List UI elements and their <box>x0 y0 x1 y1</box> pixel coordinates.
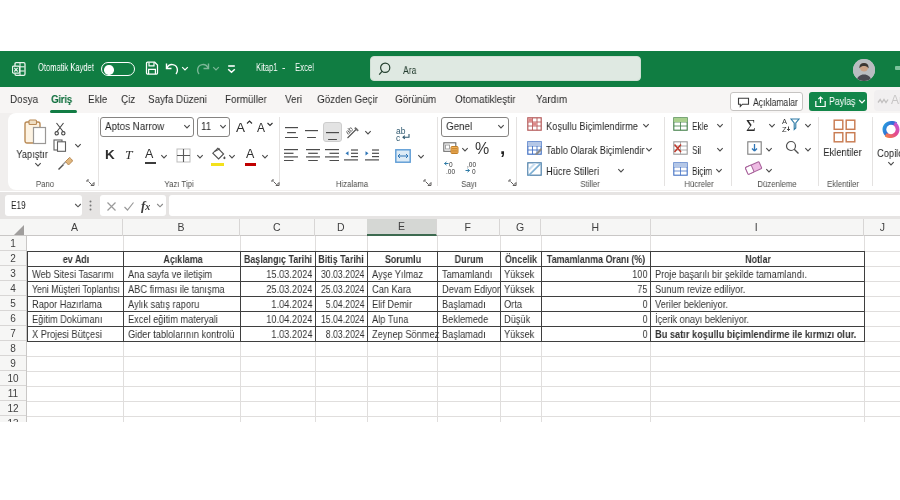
svg-text:A: A <box>236 120 245 134</box>
svg-text:0: 0 <box>472 168 476 175</box>
svg-text:,00: ,00 <box>446 168 455 175</box>
svg-text:Z: Z <box>782 125 787 133</box>
svg-text:,00: ,00 <box>467 161 476 168</box>
svg-text:A: A <box>257 121 265 134</box>
svg-text:0: 0 <box>449 161 453 168</box>
svg-text:ab: ab <box>346 125 354 136</box>
